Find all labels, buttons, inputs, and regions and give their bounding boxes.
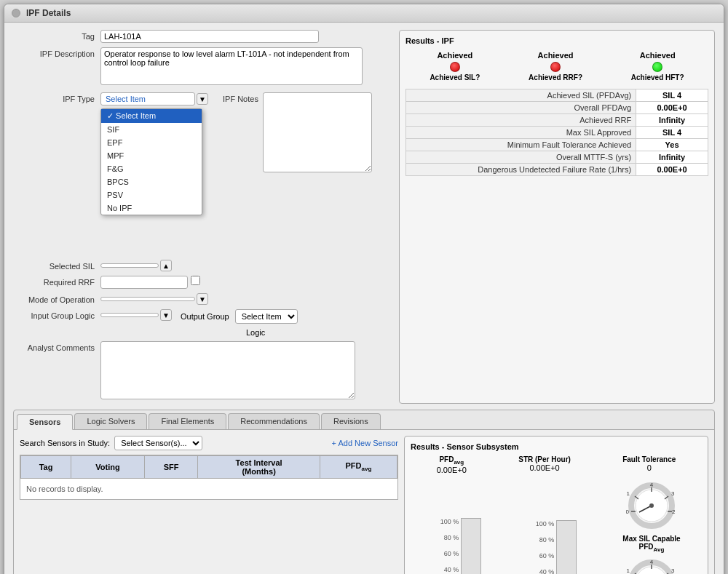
output-group-label: Output Group	[181, 312, 229, 321]
col-test-interval-(months): Test Interval(Months)	[198, 456, 320, 479]
ft-metric: Fault Tolerance 0	[622, 455, 676, 474]
tab-logic-solvers[interactable]: Logic Solvers	[74, 413, 147, 429]
dropdown-item-psv[interactable]: PSV	[101, 188, 202, 202]
search-label: Search Sensors in Study:	[20, 439, 110, 447]
logic-label: Logic	[246, 328, 265, 337]
circular-gauges-col: 4 3 2 1 0 Max SIL CapablePFDAvg	[622, 480, 680, 574]
achieved-sil-text: Achieved SIL?	[430, 73, 480, 81]
mode-spinner[interactable]: ▼	[197, 293, 208, 305]
dropdown-item-sif[interactable]: SIF	[101, 123, 202, 136]
input-output-row: Input Group Logic ▼ Output Group Select …	[13, 309, 392, 324]
svg-text:4: 4	[650, 482, 654, 488]
dropdown-item-noipf[interactable]: No IPF	[101, 202, 202, 215]
col-tag: Tag	[21, 456, 71, 479]
sensor-right-panel: Results - Sensor Subsystem PFDavg 0.00E+…	[404, 436, 708, 574]
str-label: STR (Per Hour)	[518, 455, 571, 463]
svg-text:1: 1	[627, 567, 630, 574]
mode-label: Mode of Operation	[13, 293, 100, 304]
rrf-checkbox[interactable]	[191, 276, 200, 285]
tabs-section: SensorsLogic SolversFinal ElementsRecomm…	[13, 410, 715, 574]
description-label: IPF Description	[13, 47, 100, 58]
results-ipf-panel: Results - IPF Achieved Achieved SIL? Ach…	[399, 30, 715, 404]
analyst-row: Analyst Comments	[13, 341, 392, 399]
sensor-search-select[interactable]: Select Sensor(s)...	[114, 436, 202, 450]
ft-value: 0	[622, 463, 676, 472]
svg-point-13	[649, 503, 654, 508]
ipf-type-label: IPF Type	[13, 92, 100, 103]
close-button[interactable]	[12, 9, 20, 17]
svg-text:0: 0	[626, 509, 630, 515]
selected-sil-label: Selected SIL	[13, 260, 100, 271]
svg-text:4: 4	[650, 559, 654, 565]
description-input[interactable]: Operator response to low level alarm LT-…	[100, 47, 363, 85]
max-sil-pfd-gauge: 4 3 2 1 0 Max SIL CapablePFDAvg	[622, 480, 680, 553]
ipf-type-dropdown[interactable]: ✓ Select Item SIF EPF MPF F&G BPCS PSV N…	[100, 108, 202, 215]
mode-select[interactable]	[100, 297, 195, 301]
max-sil-ft-gauge: 4 3 2 1 0 Max SIL CapableFault Tolerance	[622, 557, 680, 574]
tag-row: Tag	[13, 30, 392, 43]
tab-sensors[interactable]: Sensors	[17, 414, 73, 430]
ipf-type-row: IPF Type Select Item ▼ ✓ Select Item SIF…	[13, 92, 392, 172]
achieved-sil: Achieved Achieved SIL?	[430, 51, 480, 81]
achieved-sil-label: Achieved	[430, 51, 480, 60]
description-row: IPF Description Operator response to low…	[13, 47, 392, 85]
achieved-row: Achieved Achieved SIL? Achieved Achieved…	[405, 51, 708, 81]
tab-final-elements[interactable]: Final Elements	[149, 413, 226, 429]
svg-text:2: 2	[672, 509, 676, 515]
analyst-input[interactable]	[100, 341, 355, 399]
svg-text:1: 1	[627, 490, 630, 497]
ipf-notes-input[interactable]	[263, 92, 372, 172]
svg-text:3: 3	[671, 490, 675, 497]
dropdown-item-epf[interactable]: EPF	[101, 136, 202, 149]
titlebar: IPF Details	[4, 4, 724, 23]
required-rrf-row: Required RRF	[13, 276, 392, 289]
mode-row: Mode of Operation ▼	[13, 293, 392, 305]
ipf-type-spinner[interactable]: ▼	[197, 93, 208, 105]
output-logic-label	[13, 328, 100, 330]
tag-input[interactable]	[100, 30, 319, 43]
sil-spinner[interactable]: ▲	[160, 260, 172, 271]
no-records-message: No records to display.	[20, 479, 397, 499]
sensor-metrics-row: PFDavg 0.00E+0 STR (Per Hour) 0.00E+0 Fa…	[411, 455, 702, 474]
circular-gauge-1-svg: 4 3 2 1 0	[626, 480, 677, 531]
add-sensor-button[interactable]: + Add New Sensor	[332, 439, 398, 447]
tab-revisions[interactable]: Revisions	[321, 413, 381, 429]
pfd-metric: PFDavg 0.00E+0	[437, 455, 467, 474]
analyst-label: Analyst Comments	[13, 341, 100, 352]
dropdown-item-bpcs[interactable]: BPCS	[101, 175, 202, 188]
ipf-type-selected[interactable]: Select Item	[100, 92, 195, 105]
pfd-bar-gauge: ◀	[461, 518, 481, 574]
col-sff: SFF	[144, 456, 197, 479]
required-rrf-input[interactable]	[100, 276, 188, 289]
content-area: Tag IPF Description Operator response to…	[4, 23, 724, 574]
achieved-hft-label: Achieved	[631, 51, 684, 60]
main-window: IPF Details Tag IPF Description Operator…	[4, 4, 724, 574]
tabs-bar: SensorsLogic SolversFinal ElementsRecomm…	[14, 410, 714, 429]
tab-recommendations[interactable]: Recommendations	[228, 413, 320, 429]
svg-text:3: 3	[671, 567, 675, 574]
bar-pct-labels-left: 100 %80 %60 %40 %20 %0 %	[440, 518, 462, 574]
circular-gauge-2-svg: 4 3 2 1 0	[626, 557, 677, 574]
output-group-select[interactable]: Select Item	[235, 309, 298, 324]
dropdown-item-select[interactable]: ✓ Select Item	[101, 109, 202, 123]
input-select[interactable]	[100, 313, 159, 317]
hft-traffic-light	[652, 62, 662, 72]
dropdown-item-fag[interactable]: F&G	[101, 162, 202, 175]
input-spinner[interactable]: ▼	[160, 309, 172, 321]
achieved-rrf-label2: Achieved	[529, 51, 582, 60]
selected-sil-row: Selected SIL ▲	[13, 260, 392, 271]
str-gauge-col: 100 %80 %60 %40 %20 %0 % ◀ Contributiont…	[532, 520, 580, 574]
window-title: IPF Details	[26, 8, 71, 18]
rrf-traffic-light	[550, 62, 561, 72]
achieved-hft: Achieved Achieved HFT?	[631, 51, 684, 81]
tab-content: Search Sensors in Study: Select Sensor(s…	[14, 429, 714, 574]
bar-pct-labels-right: 100 %80 %60 %40 %20 %0 %	[536, 520, 557, 574]
achieved-rrf-text: Achieved RRF?	[529, 73, 582, 81]
dropdown-item-mpf[interactable]: MPF	[101, 149, 202, 162]
col-voting: Voting	[71, 456, 145, 479]
results-table: Achieved SIL (PFDAvg)SIL 4Overall PFDAvg…	[405, 89, 708, 176]
left-form: Tag IPF Description Operator response to…	[13, 30, 392, 404]
pfd-gauge-col: 100 %80 %60 %40 %20 %0 % ◀ Contributiont…	[432, 518, 489, 574]
results-title: Results - IPF	[405, 36, 708, 45]
sil-select[interactable]	[100, 263, 159, 268]
